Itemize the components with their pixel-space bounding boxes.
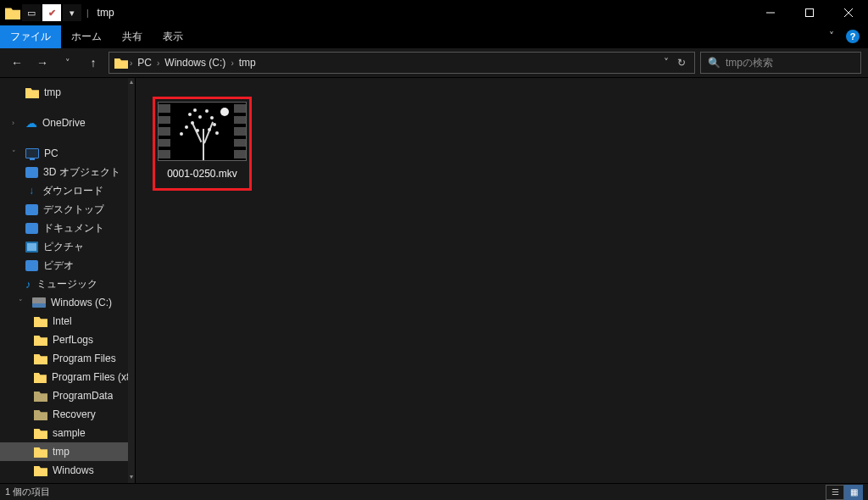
tree-label: tmp: [53, 446, 70, 458]
tree-programfiles[interactable]: Program Files: [0, 349, 135, 368]
qat-customize-dropdown[interactable]: ▾: [63, 4, 81, 21]
folder-icon: [34, 446, 47, 458]
title-bar: ▭ ✔ ▾ | tmp: [0, 0, 868, 25]
breadcrumb-tmp[interactable]: tmp: [236, 57, 259, 69]
tree-desktop[interactable]: デスクトップ: [0, 200, 135, 219]
tree-videos[interactable]: ビデオ: [0, 256, 135, 275]
breadcrumb-pc[interactable]: PC: [134, 57, 155, 69]
qat-button-2[interactable]: ✔: [42, 4, 61, 21]
tree-onedrive[interactable]: › ☁ OneDrive: [0, 114, 135, 132]
close-button[interactable]: [829, 0, 868, 25]
download-icon: ↓: [25, 185, 37, 197]
tree-label: ミュージック: [36, 277, 97, 292]
tree-label: ピクチャ: [43, 240, 84, 254]
tree-windows[interactable]: Windows: [0, 461, 135, 480]
view-large-icons-button[interactable]: ▦: [844, 485, 863, 500]
tree-downloads[interactable]: ↓ダウンロード: [0, 181, 135, 200]
tree-label: ドキュメント: [43, 221, 104, 236]
ribbon-tabs: ファイル ホーム 共有 表示 ˅ ?: [0, 25, 868, 47]
minimize-button[interactable]: [751, 0, 790, 25]
tree-label: Windows (C:): [51, 297, 112, 308]
navigation-row: ← → ˅ ↑ › PC › Windows (C:) › tmp ˅ ↻ 🔍 …: [0, 47, 868, 78]
tree-pc[interactable]: ˅ PC: [0, 144, 135, 163]
svg-rect-1: [806, 9, 814, 17]
tree-sample[interactable]: sample: [0, 424, 135, 442]
tab-home[interactable]: ホーム: [61, 25, 112, 48]
tree-label: PC: [44, 147, 58, 159]
scrollbar-down-icon[interactable]: ▾: [128, 473, 135, 483]
folder-icon: [25, 86, 39, 98]
tab-share[interactable]: 共有: [112, 25, 153, 48]
tab-file[interactable]: ファイル: [0, 25, 61, 48]
tree-label: sample: [53, 427, 86, 439]
window-title: tmp: [97, 7, 114, 19]
tab-view[interactable]: 表示: [153, 25, 193, 48]
folder-icon: [34, 353, 47, 364]
music-icon: ♪: [25, 278, 31, 291]
qat-separator: |: [83, 8, 92, 18]
tree-recovery[interactable]: Recovery: [0, 405, 135, 424]
tree-label: Windows: [53, 464, 94, 476]
tree-3d-objects[interactable]: 3D オブジェクト: [0, 163, 135, 181]
chevron-right-icon[interactable]: ›: [157, 58, 159, 68]
tree-label: デスクトップ: [43, 203, 104, 217]
qat-button-1[interactable]: ▭: [22, 4, 41, 21]
chevron-right-icon[interactable]: ›: [231, 58, 233, 68]
scrollbar-up-icon[interactable]: ▴: [128, 78, 135, 88]
body: ▴ ▾ tmp › ☁ OneDrive ˅ PC 3D オブジェクト ↓ダウン…: [0, 78, 868, 483]
tree-quick-tmp[interactable]: tmp: [0, 83, 135, 102]
search-input[interactable]: 🔍 tmpの検索: [700, 52, 861, 74]
ribbon-collapse-icon[interactable]: ˅: [829, 31, 834, 42]
status-item-count: 1 個の項目: [5, 486, 50, 498]
view-details-button[interactable]: ☰: [826, 485, 844, 500]
drive-icon: [32, 297, 46, 308]
content-pane[interactable]: 0001-0250.mkv: [136, 78, 868, 483]
tree-music[interactable]: ♪ミュージック: [0, 275, 135, 293]
tree-programfilesx86[interactable]: Program Files (x86): [0, 368, 135, 386]
tree-label: ビデオ: [43, 258, 74, 273]
address-history-dropdown[interactable]: ˅: [660, 57, 672, 69]
moon-icon: [220, 108, 229, 116]
nav-up-button[interactable]: ↑: [83, 53, 103, 73]
folder-icon: [34, 427, 47, 439]
help-icon[interactable]: ?: [846, 30, 860, 43]
tree-label: ダウンロード: [42, 184, 103, 198]
file-item[interactable]: 0001-0250.mkv: [153, 97, 252, 191]
pictures-icon: [25, 242, 38, 253]
chevron-down-icon[interactable]: ˅: [12, 149, 20, 158]
tree-label: PerfLogs: [53, 334, 93, 346]
maximize-button[interactable]: [790, 0, 829, 25]
tree-perflogs[interactable]: PerfLogs: [0, 331, 135, 349]
breadcrumb-drive[interactable]: Windows (C:): [161, 57, 229, 69]
tree-tmp[interactable]: tmp: [0, 442, 135, 461]
chevron-right-icon[interactable]: ›: [12, 119, 20, 127]
tree-programdata[interactable]: ProgramData: [0, 386, 135, 405]
chevron-right-icon[interactable]: ›: [130, 58, 132, 68]
pc-icon: [25, 148, 39, 158]
nav-back-button[interactable]: ←: [7, 53, 27, 73]
tree-label: 3D オブジェクト: [43, 165, 120, 180]
nav-forward-button[interactable]: →: [32, 53, 53, 73]
tree-label: Program Files (x86): [52, 371, 135, 383]
tree-documents[interactable]: ドキュメント: [0, 219, 135, 237]
tree-intel[interactable]: Intel: [0, 312, 135, 331]
folder-icon: [34, 408, 47, 420]
navigation-pane[interactable]: ▴ ▾ tmp › ☁ OneDrive ˅ PC 3D オブジェクト ↓ダウン…: [0, 78, 136, 483]
tree-pictures[interactable]: ピクチャ: [0, 237, 135, 256]
refresh-button[interactable]: ↻: [674, 57, 689, 69]
tree-label: Intel: [53, 315, 72, 327]
folder-icon: [34, 464, 47, 476]
folder-icon: [5, 6, 20, 19]
video-thumbnail: [158, 102, 247, 161]
chevron-down-icon[interactable]: ˅: [19, 298, 27, 307]
tree-drive-c[interactable]: ˅ Windows (C:): [0, 293, 135, 312]
tree-label: Recovery: [53, 408, 96, 420]
window-controls: [751, 0, 868, 25]
address-bar[interactable]: › PC › Windows (C:) › tmp ˅ ↻: [108, 52, 695, 74]
address-folder-icon: [114, 57, 128, 69]
search-icon: 🔍: [708, 57, 721, 69]
quick-access-toolbar: ▭ ✔ ▾ |: [0, 4, 92, 21]
folder-icon: [34, 390, 47, 402]
cloud-icon: ☁: [25, 117, 37, 129]
nav-recent-button[interactable]: ˅: [58, 53, 78, 73]
